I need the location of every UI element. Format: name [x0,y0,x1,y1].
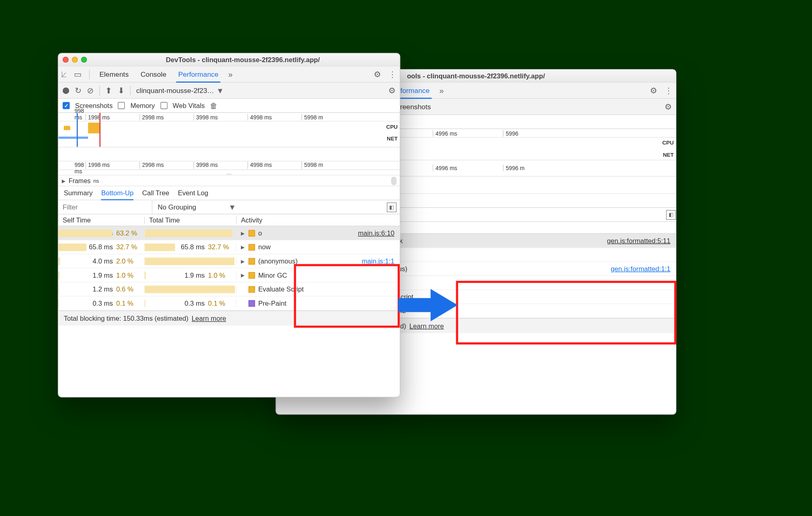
expand-icon[interactable]: ▶ [241,230,245,235]
subtab-call-tree[interactable]: Call Tree [142,189,169,197]
activity-name: Minor GC [258,271,287,279]
source-link[interactable]: gen.js:formatted:1:1 [611,265,671,272]
minimize-icon[interactable] [72,57,78,63]
inspect-icon[interactable]: ⟀ [62,70,67,78]
activity-color-icon [249,244,255,250]
kebab-icon[interactable]: ⋮ [388,70,396,78]
side-panel-icon[interactable]: ◧ [387,202,396,212]
expand-icon[interactable]: ▶ [241,258,245,263]
devtools-window-left: DevTools - clinquant-mousse-2f2396.netli… [58,53,400,397]
frames-row[interactable]: ▶ Frames ns [58,175,400,186]
activity-name: Evaluate Script [258,285,304,293]
overview-chart[interactable]: CPU NET [58,121,400,147]
more-tabs-icon[interactable]: » [228,70,233,78]
gear-icon[interactable]: ⚙ [650,86,657,95]
activity-color-icon [249,300,255,307]
table-row[interactable]: 0.3 ms0.1 %0.3 ms0.1 %Pre-Paint [58,296,400,311]
source-link[interactable]: main.js:6:10 [358,229,394,237]
source-link[interactable]: gen.js:formatted:5:11 [607,237,670,244]
detail-ruler[interactable]: 998 ms 1998 ms 2998 ms 3998 ms 4998 ms 5… [58,162,400,170]
subtab-summary[interactable]: Summary [64,189,93,197]
table-row[interactable]: 1.9 ms1.0 %1.9 ms1.0 %▶Minor GC [58,268,400,283]
activity-name: Pre-Paint [258,299,286,307]
download-icon[interactable]: ⬇ [118,86,125,95]
options-bar: ✓ Screenshots Memory Web Vitals 🗑 [58,99,400,113]
overview-ruler[interactable]: 998 ms 1998 ms 2998 ms 3998 ms 4998 ms 5… [58,113,400,121]
blue-arrow-icon [398,286,459,324]
tab-elements[interactable]: Elements [97,66,131,82]
table-row[interactable]: 1.2 ms0.6 %200.2 ms99.5 %Evaluate Script [58,283,400,297]
scrollbar-thumb[interactable] [391,176,396,185]
gear-icon[interactable]: ⚙ [388,86,395,95]
trash-icon[interactable]: 🗑 [210,102,218,110]
window-title: DevTools - clinquant-mousse-2f2396.netli… [90,56,395,64]
kebab-icon[interactable]: ⋮ [665,86,673,95]
memory-checkbox[interactable] [118,102,125,109]
tab-performance[interactable]: Performance [176,66,221,82]
zoom-icon[interactable] [81,57,87,63]
gear-icon[interactable]: ⚙ [374,70,381,78]
title-bar[interactable]: DevTools - clinquant-mousse-2f2396.netli… [58,54,400,67]
side-panel-icon[interactable]: ◧ [666,210,676,220]
activity-name: o [258,229,262,237]
device-icon[interactable]: ▭ [74,70,82,78]
expand-icon[interactable]: ▶ [241,272,245,278]
activity-color-icon [249,272,255,279]
url-dropdown[interactable]: clinquant-mousse-2f23… ▼ [136,86,224,95]
footer: Total blocking time: 150.33ms (estimated… [58,311,400,326]
more-tabs-icon[interactable]: » [439,86,444,95]
table-row[interactable]: 65.8 ms32.7 %65.8 ms32.7 %▶now [58,240,400,255]
grouping-dropdown[interactable]: No Grouping [158,203,196,211]
tab-console[interactable]: Console [139,66,169,82]
subtab-bottom-up[interactable]: Bottom-Up [101,186,133,200]
table-row[interactable]: 4.0 ms2.0 %196.9 ms97.9 %▶(anonymous)mai… [58,254,400,268]
gear-icon[interactable]: ⚙ [665,103,671,111]
expand-icon[interactable]: ▶ [62,178,66,183]
activity-color-icon [249,230,255,236]
activity-name: now [258,243,271,251]
record-button[interactable] [63,87,69,94]
clear-icon[interactable]: ⊘ [87,86,94,95]
reload-icon[interactable]: ↻ [75,86,82,95]
subtab-event-log[interactable]: Event Log [178,189,208,197]
source-link[interactable]: main.js:1:1 [362,257,394,265]
main-tabs: ⟀ ▭ Elements Console Performance » ⚙ ⋮ [58,67,400,83]
filter-input[interactable] [58,200,152,214]
detail-subtabs: Summary Bottom-Up Call Tree Event Log [58,186,400,201]
activity-color-icon [249,258,255,264]
perf-toolbar: ↻ ⊘ ⬆ ⬇ clinquant-mousse-2f23… ▼ ⚙ [58,82,400,99]
activity-color-icon [249,286,255,292]
chevron-down-icon: ▼ [228,203,236,211]
table-header: Self Time Total Time Activity [58,214,400,226]
chevron-down-icon: ▼ [217,86,224,95]
webvitals-checkbox[interactable] [160,102,167,109]
learn-more-link[interactable]: Learn more [192,315,226,322]
upload-icon[interactable]: ⬆ [105,86,112,95]
expand-icon[interactable]: ▶ [241,244,245,250]
collapsed-rows[interactable]: … [58,170,400,175]
activity-name: (anonymous) [258,257,298,265]
filter-bar: No Grouping ▼ ◧ [58,200,400,214]
table-row[interactable]: 127.1 ms63.2 %192.9 ms95.9 %▶omain.js:6:… [58,226,400,240]
close-icon[interactable] [63,57,69,63]
svg-marker-0 [398,289,457,322]
